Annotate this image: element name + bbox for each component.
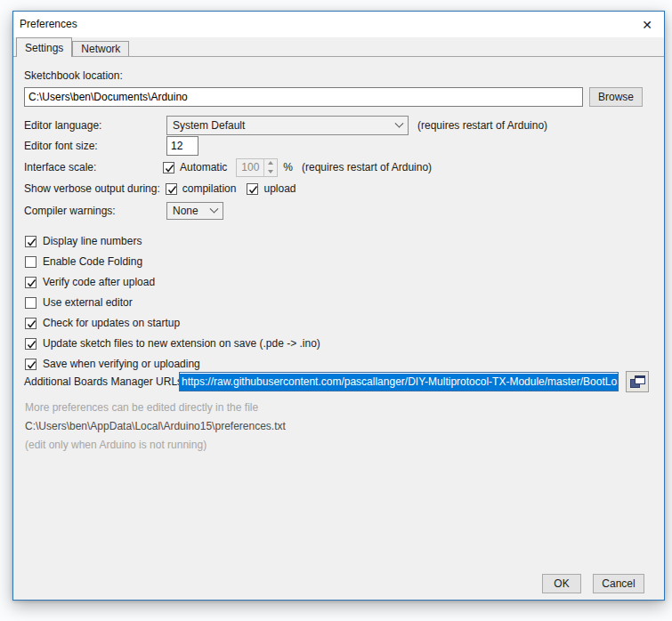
close-icon: ✕ [642,18,652,32]
ok-button-label: OK [554,577,569,590]
tab-network-label: Network [81,43,120,55]
interface-scale-label: Interface scale: [24,161,158,173]
boards-manager-row: Additional Boards Manager URLs: [24,372,185,391]
sketchbook-location-input[interactable] [24,87,583,107]
open-window-icon-front [635,375,645,384]
checkbox-label: Check for updates on startup [43,317,180,329]
checkmark-icon [247,184,259,196]
title-bar: Preferences ✕ [13,12,664,37]
tab-settings[interactable]: Settings [16,37,72,57]
checkbox-update-sketch-files[interactable]: Update sketch files to new extension on … [25,336,320,351]
checkbox-box [25,359,36,370]
edit-boards-urls-button[interactable] [626,371,649,392]
chevron-down-icon [210,204,219,213]
arrow-down-icon [268,170,273,173]
checkbox-label: Save when verifying or uploading [43,358,200,370]
verbose-upload-checkbox[interactable]: upload [247,182,296,195]
scale-restart-note: (requires restart of Arduino) [302,161,432,173]
checkmark-icon [164,163,175,174]
sketchbook-location-label: Sketchbook location: [24,69,123,82]
checkbox-label: Verify code after upload [43,276,155,288]
open-window-icon [630,375,645,388]
tab-bar: Settings Network [16,37,129,57]
compilation-checkbox-label: compilation [182,182,237,195]
checkmark-icon [26,359,37,371]
spinner-down-button[interactable] [264,167,277,176]
editor-language-label: Editor language: [24,119,158,132]
preferences-file-note: More preferences can be edited directly … [25,400,258,415]
tab-settings-label: Settings [25,42,63,54]
compiler-warnings-row: Compiler warnings: None [24,201,223,221]
checkbox-box [25,277,36,288]
checkbox-display-line-numbers[interactable]: Display line numbers [25,234,142,248]
checkbox-box [25,338,36,350]
verbose-output-row: Show verbose output during: compilation … [24,180,296,198]
editor-font-size-row: Editor font size: [24,136,198,156]
checkmark-icon [26,339,37,351]
editor-font-size-label: Editor font size: [24,140,158,152]
verbose-output-label: Show verbose output during: [24,182,160,195]
automatic-scale-checkbox-label: Automatic [180,161,227,173]
checkbox-box [25,256,36,268]
scale-value-spinner[interactable]: 100 [236,158,278,177]
compiler-warnings-value: None [173,205,198,217]
window-title: Preferences [20,12,77,37]
checkmark-icon [26,278,37,289]
checkbox-verify-code-after-upload[interactable]: Verify code after upload [25,275,155,289]
scale-unit-label: % [283,161,293,173]
ok-button[interactable]: OK [542,574,581,593]
preferences-dialog: Preferences ✕ Settings Network Sketchboo… [12,11,665,601]
checkbox-box [25,236,36,247]
edit-warning-note: (edit only when Arduino is not running) [25,438,206,452]
editor-language-value: System Default [173,119,245,132]
checkbox-label: Update sketch files to new extension on … [43,337,320,350]
upload-checkbox-label: upload [263,182,296,195]
checkbox-use-external-editor[interactable]: Use external editor [25,295,133,310]
cancel-button[interactable]: Cancel [593,574,644,593]
editor-font-size-input[interactable] [166,136,198,156]
checkbox-label: Use external editor [43,296,133,309]
scale-value: 100 [237,159,263,176]
compilation-checkbox-box [166,183,177,195]
checkmark-icon [166,184,178,196]
editor-language-select[interactable]: System Default [166,116,409,135]
editor-language-row: Editor language: System Default (require… [24,116,547,135]
sketchbook-label-row: Sketchbook location: [24,69,123,83]
checkbox-label: Display line numbers [43,235,142,247]
close-button[interactable]: ✕ [637,16,657,34]
checkbox-save-when-verifying[interactable]: Save when verifying or uploading [25,357,200,371]
cancel-button-label: Cancel [602,577,635,590]
preferences-file-path: C:\Users\ben\AppData\Local\Arduino15\pre… [25,419,286,433]
checkbox-box [25,297,36,309]
upload-checkbox-box [247,183,258,195]
browse-button-label: Browse [598,91,634,103]
boards-manager-urls-input[interactable]: https://raw.githubusercontent.com/pascal… [179,372,619,391]
checkbox-check-for-updates[interactable]: Check for updates on startup [25,316,180,330]
automatic-scale-checkbox[interactable] [163,162,174,173]
chevron-down-icon [395,118,404,127]
interface-scale-row: Interface scale: Automatic 100 % (requir… [24,157,432,177]
compiler-warnings-select[interactable]: None [166,202,223,220]
spinner-buttons[interactable] [263,159,277,176]
checkbox-enable-code-folding[interactable]: Enable Code Folding [25,254,142,269]
spinner-up-button[interactable] [264,159,277,168]
browse-button[interactable]: Browse [589,87,643,107]
compiler-warnings-label: Compiler warnings: [24,205,158,217]
checkmark-icon [26,237,37,248]
arrow-up-icon [268,161,273,165]
boards-manager-urls-label: Additional Boards Manager URLs: [24,375,185,388]
verbose-compilation-checkbox[interactable]: compilation [166,182,237,195]
boards-manager-urls-value: https://raw.githubusercontent.com/pascal… [180,374,619,391]
language-restart-note: (requires restart of Arduino) [417,119,547,132]
checkmark-icon [26,319,37,330]
tab-network[interactable]: Network [72,41,129,56]
checkbox-box [25,318,36,329]
checkbox-label: Enable Code Folding [43,255,142,268]
